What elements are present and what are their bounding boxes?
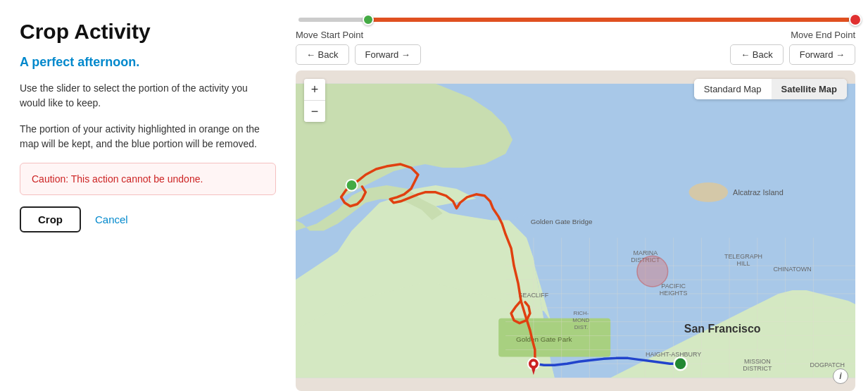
satellite-map-button[interactable]: Satellite Map [772, 79, 847, 99]
gg-bridge-label: Golden Gate Bridge [531, 218, 593, 225]
pacific-label2: HEIGHTS [660, 290, 688, 297]
standard-map-button[interactable]: Standard Map [694, 79, 772, 99]
mission-label2: DISTRICT [743, 365, 772, 372]
cancel-link[interactable]: Cancel [95, 213, 128, 225]
sf-label: San Francisco [684, 323, 761, 335]
dogpatch-label: DOGPATCH [810, 361, 845, 368]
page-title: Crop Activity [20, 20, 276, 44]
end-back-button[interactable]: ← Back [730, 44, 784, 65]
alcatraz-label: Alcatraz Island [733, 188, 784, 197]
start-btn-group: ← Back Forward → [296, 44, 421, 65]
svg-point-28 [532, 361, 536, 366]
richmond-label3: DIST. [574, 324, 588, 330]
mission-label: MISSION [744, 358, 771, 365]
chinatown-label: CHINATOWN [773, 266, 811, 273]
end-btn-group: ← Back Forward → [730, 44, 855, 65]
crop-button[interactable]: Crop [20, 206, 81, 232]
telegraph-label2: HILL [737, 260, 750, 267]
right-panel: Move Start Point Move End Point ← Back F… [296, 0, 868, 391]
slider-thumb-end[interactable] [849, 13, 862, 26]
svg-point-26 [688, 182, 728, 202]
start-label: Move Start Point [296, 30, 363, 40]
zoom-out-button[interactable]: − [304, 101, 325, 122]
map-container[interactable]: + − Standard Map Satellite Map i [296, 70, 855, 391]
end-forward-button[interactable]: Forward → [789, 44, 855, 65]
pacific-label: PACIFIC [661, 283, 686, 290]
caution-box: Caution: This action cannot be undone. [20, 163, 276, 195]
slider-labels: Move Start Point Move End Point [296, 30, 855, 40]
description2: The portion of your activity highlighted… [20, 122, 276, 151]
slider-track-container[interactable] [296, 13, 855, 27]
svg-point-30 [674, 357, 687, 370]
golden-gate-park-label: Golden Gate Park [516, 335, 572, 343]
seacliff-label: SEACLIFF [519, 292, 549, 299]
telegraph-label: TELEGRAPH [724, 253, 762, 260]
map-svg: Golden Gate Park [296, 70, 855, 391]
activity-name: A perfect afternoon. [20, 55, 276, 70]
left-panel: Crop Activity A perfect afternoon. Use t… [0, 0, 296, 391]
slider-track-active [368, 18, 850, 22]
zoom-in-button[interactable]: + [304, 79, 325, 100]
haight-label: HAIGHT-ASHBURY [646, 351, 701, 358]
slider-buttons: ← Back Forward → ← Back Forward → [296, 44, 855, 65]
action-row: Crop Cancel [20, 206, 276, 232]
slider-section: Move Start Point Move End Point ← Back F… [296, 13, 855, 65]
start-forward-button[interactable]: Forward → [355, 44, 421, 65]
start-back-button[interactable]: ← Back [296, 44, 349, 65]
svg-point-31 [637, 256, 668, 287]
richmond-label2: MOND [572, 317, 590, 323]
description1: Use the slider to select the portion of … [20, 81, 276, 111]
zoom-controls: + − [304, 79, 325, 122]
richmond-label: RICH- [573, 310, 589, 316]
map-toggle: Standard Map Satellite Map [694, 79, 847, 99]
slider-thumb-start[interactable] [363, 14, 374, 25]
end-label: Move End Point [791, 30, 855, 40]
info-button[interactable]: i [833, 368, 848, 384]
svg-point-32 [346, 180, 358, 191]
caution-text: Caution: This action cannot be undone. [32, 173, 203, 185]
